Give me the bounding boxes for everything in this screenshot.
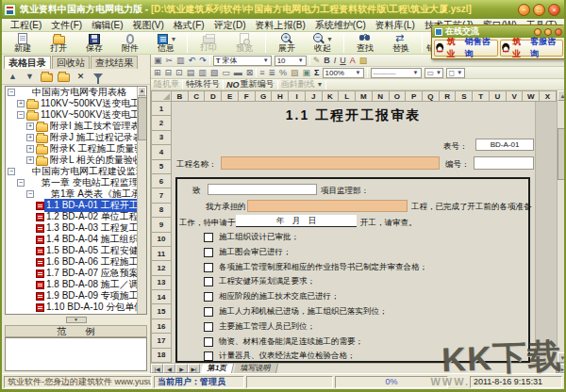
row-header[interactable]: 2: [151, 116, 172, 130]
scroll-thumb[interactable]: [138, 97, 147, 140]
toolbar-button-new[interactable]: 新建: [6, 32, 40, 54]
column-header[interactable]: S: [456, 90, 473, 102]
row-header[interactable]: 14: [151, 290, 172, 304]
menu-item[interactable]: 编辑(E): [87, 19, 127, 32]
sigma-icon[interactable]: Σ: [314, 68, 319, 78]
column-header[interactable]: U: [490, 90, 507, 102]
toolbar-button-find[interactable]: 查找: [348, 32, 382, 54]
delete-icon[interactable]: ✕: [74, 70, 88, 83]
delete-cells-icon[interactable]: ▧: [210, 68, 219, 78]
insert-col-icon[interactable]: ▥: [198, 68, 207, 78]
column-header[interactable]: G: [256, 90, 273, 102]
checkbox[interactable]: [204, 351, 213, 361]
column-header[interactable]: D: [205, 90, 222, 102]
chat-restore-button[interactable]: [544, 28, 552, 36]
close-button[interactable]: ×: [548, 4, 560, 16]
new-folder-icon[interactable]: [40, 70, 54, 83]
percent-icon[interactable]: %: [279, 68, 287, 78]
cut-icon[interactable]: ✂: [166, 56, 174, 66]
menu-item[interactable]: 系统维护(C): [310, 19, 371, 32]
move-up-icon[interactable]: ▲: [6, 70, 20, 83]
column-header[interactable]: B: [172, 90, 189, 102]
select-all-corner[interactable]: [151, 90, 172, 102]
menu-item[interactable]: 评定(D): [209, 19, 251, 32]
chat-minimize-button[interactable]: [534, 28, 541, 36]
tree-expander-icon[interactable]: −: [8, 168, 15, 175]
align-center-icon[interactable]: ▬: [234, 68, 242, 78]
tool-特殊符号[interactable]: 特殊符号: [186, 78, 220, 90]
highlight-icon[interactable]: ▨: [359, 56, 368, 66]
checkbox[interactable]: [204, 248, 213, 257]
next-sheet-icon[interactable]: ▶: [175, 364, 188, 373]
hscroll-right-icon[interactable]: ▶: [556, 364, 566, 373]
menu-item[interactable]: 文件(F): [46, 19, 87, 32]
toolbar-button-expand[interactable]: 展开: [270, 32, 304, 54]
column-header[interactable]: P: [406, 90, 423, 102]
vertical-scrollbar[interactable]: ▲ ▼: [557, 90, 566, 363]
restore-button[interactable]: □: [533, 4, 545, 16]
text-color-icon[interactable]: A: [350, 56, 356, 66]
column-header[interactable]: K: [323, 90, 340, 102]
tree-expander-icon[interactable]: +: [26, 145, 34, 153]
column-header[interactable]: V: [507, 90, 524, 102]
font-family-select[interactable]: T宋体▼: [213, 56, 272, 66]
column-header[interactable]: C: [189, 90, 206, 102]
menu-item[interactable]: 资料库(L): [371, 19, 420, 32]
checkbox[interactable]: [204, 337, 213, 347]
tree-expander-icon[interactable]: −: [26, 190, 34, 198]
row-header[interactable]: 15: [151, 304, 172, 318]
row-header[interactable]: 17: [151, 334, 172, 348]
column-header[interactable]: T: [473, 90, 490, 102]
column-header[interactable]: R: [440, 90, 457, 102]
line-style-select[interactable]: ———▼: [371, 68, 422, 78]
column-header[interactable]: O: [390, 90, 407, 102]
sidebar-tab-3[interactable]: 查找结果: [91, 56, 138, 69]
row-header[interactable]: 12: [151, 261, 172, 275]
sheet-tab-1[interactable]: 第1页: [201, 364, 235, 373]
row-header[interactable]: 16: [151, 319, 172, 334]
toolbar-button-attach[interactable]: 附件: [113, 32, 147, 54]
image-icon[interactable]: ▣: [303, 68, 311, 78]
lock-cell-icon[interactable]: ⊠: [246, 68, 254, 78]
start-date-field[interactable]: 年 月 日: [236, 215, 357, 227]
filter-icon[interactable]: [91, 70, 105, 83]
tree-item[interactable]: 1.11 BD-A-11 项目管理机: [6, 313, 146, 315]
checkbox[interactable]: [204, 277, 213, 286]
last-sheet-icon[interactable]: ▶|: [188, 364, 200, 373]
copy-icon[interactable]: ▥: [176, 56, 185, 66]
row-header[interactable]: 4: [151, 145, 172, 159]
toolbar-button-preview[interactable]: 预览: [227, 32, 261, 54]
row-header[interactable]: 11: [151, 247, 172, 261]
row-header[interactable]: 13: [151, 276, 172, 290]
list-unordered-icon[interactable]: ≣: [269, 68, 276, 78]
merge-cells-icon[interactable]: ⊞: [154, 68, 161, 78]
checkbox[interactable]: [204, 292, 213, 302]
tree-expander-icon[interactable]: −: [8, 89, 15, 96]
unmerge-cells-icon[interactable]: ⊟: [165, 68, 173, 78]
undo-icon[interactable]: ↶: [189, 56, 196, 66]
legend-splitter-button[interactable]: ▼: [66, 317, 87, 323]
menu-item[interactable]: 视图(V): [127, 19, 168, 32]
toolbar-button-collapse[interactable]: ▼收起: [306, 32, 340, 54]
column-header[interactable]: M: [356, 90, 373, 102]
undertaken-project-field[interactable]: [247, 200, 408, 212]
row-header[interactable]: 7: [151, 188, 172, 203]
move-down-icon[interactable]: ▼: [23, 70, 37, 83]
scroll-thumb[interactable]: [558, 128, 566, 180]
tool-重新编号[interactable]: NO重新编号: [226, 78, 275, 90]
row-header[interactable]: 6: [151, 174, 172, 188]
form-no-value[interactable]: BD-A-01: [475, 139, 534, 151]
toolbar-button-open[interactable]: 打开: [42, 32, 75, 54]
row-header[interactable]: 3: [151, 131, 172, 145]
sales-consult-button[interactable]: 筑业销售咨询: [434, 40, 498, 57]
column-header[interactable]: H: [272, 90, 289, 102]
sidebar-tab-2[interactable]: 回收站: [52, 56, 90, 69]
column-header[interactable]: Q: [423, 90, 440, 102]
tree-expander-icon[interactable]: +: [26, 122, 34, 130]
font-size-select[interactable]: 10▼: [275, 56, 307, 66]
list-ordered-icon[interactable]: ≡: [259, 68, 264, 78]
column-header[interactable]: L: [339, 90, 356, 102]
stamp-select[interactable]: ◻▼: [446, 68, 465, 78]
checkbox[interactable]: [204, 233, 213, 242]
column-header[interactable]: E: [222, 90, 239, 102]
